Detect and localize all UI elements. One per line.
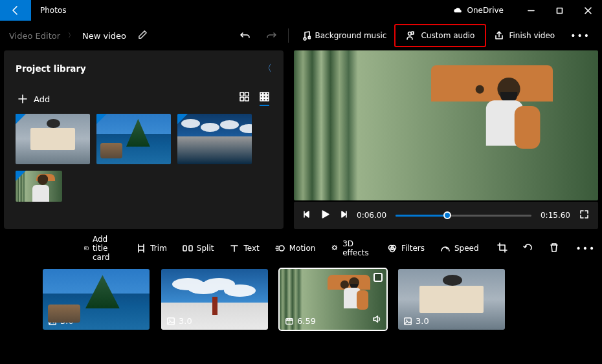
breadcrumb: Video Editor 〉 New video xyxy=(9,31,126,41)
effects-icon xyxy=(331,243,339,253)
maximize-button[interactable] xyxy=(545,0,574,21)
image-icon xyxy=(48,317,57,326)
storyboard-more-button[interactable]: ••• xyxy=(568,243,602,253)
svg-rect-10 xyxy=(263,96,266,98)
storyboard-toolbar: Add title card Trim Split Text Motion 3D… xyxy=(0,229,602,259)
filters-icon xyxy=(387,243,397,253)
preview-panel: 0:06.00 0:15.60 xyxy=(294,50,598,229)
breadcrumb-parent[interactable]: Video Editor xyxy=(9,31,60,41)
trim-button[interactable]: Trim xyxy=(129,240,173,257)
title-bar: Photos OneDrive xyxy=(0,0,602,21)
split-icon xyxy=(183,243,193,253)
svg-rect-6 xyxy=(260,92,263,95)
svg-rect-3 xyxy=(245,92,249,96)
motion-button[interactable]: Motion xyxy=(269,240,322,257)
onedrive-label: OneDrive xyxy=(467,6,504,15)
clip-duration: 3.0 xyxy=(60,316,74,326)
breadcrumb-current[interactable]: New video xyxy=(82,31,126,41)
text-icon xyxy=(229,243,240,253)
finish-video-button[interactable]: Finish video xyxy=(486,27,563,45)
playback-bar: 0:06.00 0:15.60 xyxy=(294,202,598,229)
rotate-button[interactable] xyxy=(517,239,540,258)
video-preview[interactable] xyxy=(294,50,598,200)
trim-icon xyxy=(136,243,146,253)
background-music-button[interactable]: Background music xyxy=(293,27,395,45)
title-card-icon xyxy=(84,243,89,253)
total-time: 0:15.60 xyxy=(541,211,570,220)
svg-rect-15 xyxy=(84,247,88,250)
close-button[interactable] xyxy=(574,0,602,21)
svg-rect-4 xyxy=(240,98,244,102)
speed-icon xyxy=(440,243,451,253)
svg-rect-7 xyxy=(263,92,266,95)
svg-rect-11 xyxy=(267,96,269,98)
seek-slider[interactable] xyxy=(396,215,531,217)
plus-icon xyxy=(18,94,27,103)
image-icon xyxy=(166,317,175,326)
play-button[interactable] xyxy=(320,209,330,221)
minimize-button[interactable] xyxy=(517,0,545,21)
storyboard-clip[interactable]: 3.0 xyxy=(398,269,505,330)
storyboard-clip[interactable]: 3.0 xyxy=(161,269,268,330)
back-button[interactable] xyxy=(0,0,31,21)
chevron-right-icon: 〉 xyxy=(68,31,74,40)
project-library-panel: Project library 〈 Add xyxy=(4,50,284,229)
current-time: 0:06.00 xyxy=(357,211,386,220)
editor-toolbar: Video Editor 〉 New video Background musi… xyxy=(0,21,602,50)
storyboard: 3.0 3.0 6.59 3.0 xyxy=(0,259,602,330)
clip-audio-icon[interactable] xyxy=(372,314,381,326)
library-thumb[interactable] xyxy=(16,114,90,164)
library-title: Project library xyxy=(16,63,86,74)
speed-button[interactable]: Speed xyxy=(434,240,485,257)
svg-point-25 xyxy=(169,319,170,321)
image-icon xyxy=(403,317,412,326)
prev-frame-button[interactable] xyxy=(303,210,311,220)
custom-audio-button[interactable]: Custom audio xyxy=(398,27,482,45)
svg-rect-9 xyxy=(260,96,263,98)
svg-rect-2 xyxy=(240,92,244,96)
3d-effects-button[interactable]: 3D effects xyxy=(324,236,378,261)
motion-icon xyxy=(275,243,285,253)
svg-rect-8 xyxy=(267,92,269,95)
svg-rect-16 xyxy=(183,246,186,251)
view-small-button[interactable] xyxy=(260,92,269,106)
storyboard-clip[interactable]: 3.0 xyxy=(43,269,150,330)
undo-button[interactable] xyxy=(232,27,258,45)
add-title-card-button[interactable]: Add title card xyxy=(78,231,122,265)
library-thumb[interactable] xyxy=(96,114,171,164)
filters-button[interactable]: Filters xyxy=(381,240,431,257)
rename-button[interactable] xyxy=(138,30,148,41)
library-thumb[interactable] xyxy=(177,114,252,164)
svg-rect-14 xyxy=(267,99,269,102)
split-button[interactable]: Split xyxy=(176,240,221,257)
more-button[interactable]: ••• xyxy=(563,30,598,41)
music-icon xyxy=(300,30,311,41)
collapse-library-button[interactable]: 〈 xyxy=(263,63,272,74)
view-large-button[interactable] xyxy=(240,92,249,106)
svg-point-18 xyxy=(279,246,284,251)
app-title: Photos xyxy=(40,6,66,15)
text-button[interactable]: Text xyxy=(223,240,265,257)
svg-rect-5 xyxy=(245,98,249,102)
svg-point-23 xyxy=(50,319,52,321)
redo-button[interactable] xyxy=(258,27,284,45)
next-frame-button[interactable] xyxy=(339,210,348,220)
video-icon xyxy=(285,317,294,326)
crop-button[interactable] xyxy=(491,239,514,258)
delete-button[interactable] xyxy=(542,239,566,258)
export-icon xyxy=(494,30,504,41)
clip-duration: 3.0 xyxy=(179,316,192,326)
custom-audio-highlight: Custom audio xyxy=(394,24,486,47)
clip-duration: 3.0 xyxy=(416,316,429,326)
fullscreen-button[interactable] xyxy=(579,209,589,221)
clip-checkbox[interactable] xyxy=(373,273,383,282)
library-thumb[interactable] xyxy=(16,171,62,202)
add-media-button[interactable]: Add xyxy=(18,94,50,104)
svg-rect-13 xyxy=(263,99,266,102)
audio-settings-icon xyxy=(406,30,416,41)
svg-rect-12 xyxy=(260,99,263,102)
clip-duration: 6.59 xyxy=(297,316,316,326)
onedrive-button[interactable]: OneDrive xyxy=(453,6,504,15)
svg-rect-17 xyxy=(189,246,192,251)
storyboard-clip-selected[interactable]: 6.59 xyxy=(280,269,386,330)
